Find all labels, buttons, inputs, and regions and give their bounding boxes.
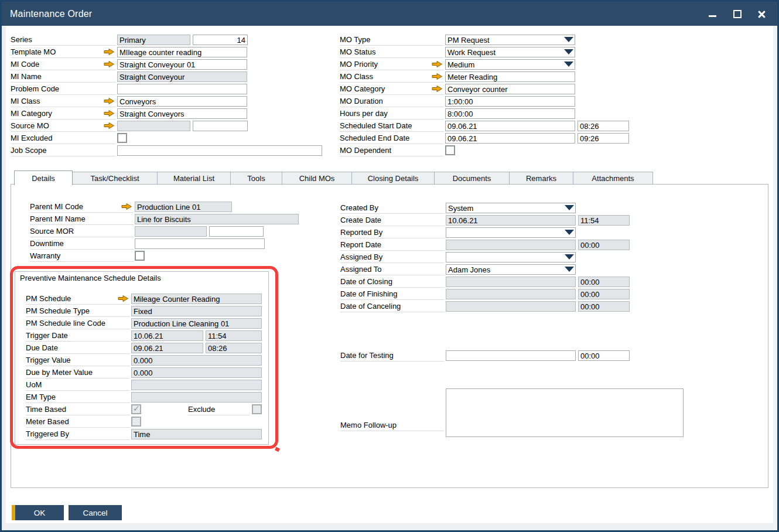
source-mor-row: Source MOR: [30, 225, 299, 237]
mi-class-field[interactable]: Conveyors: [117, 96, 247, 107]
job-scope-field[interactable]: [117, 145, 322, 156]
trigger-value-row: Trigger Value 0.000: [26, 354, 262, 366]
problem-code-label: Problem Code: [11, 84, 59, 93]
date-for-testing-field[interactable]: [446, 350, 576, 361]
maintenance-order-window: Maintenance Order Series Primary 14 Temp…: [0, 0, 779, 532]
pm-schedule-field: Mileage Counter Reading: [131, 294, 262, 304]
source-mo-number-field[interactable]: [193, 121, 248, 131]
link-arrow-icon[interactable]: [118, 295, 129, 302]
create-time-field: 11:54: [578, 215, 630, 226]
time-based-label: Time Based: [26, 405, 66, 414]
reported-by-dropdown[interactable]: [446, 227, 576, 238]
mo-duration-field[interactable]: 1:00:00: [445, 96, 575, 107]
tab-task-checklist[interactable]: Task/Checklist: [73, 172, 158, 185]
finishing-time-field: 00:00: [578, 289, 630, 299]
series-number-field[interactable]: 14: [193, 35, 248, 45]
pm-schedule-type-label: PM Schedule Type: [26, 306, 90, 315]
mo-dependent-checkbox[interactable]: [445, 145, 455, 155]
maximize-icon[interactable]: [733, 9, 742, 19]
header-right-column: MO Type PM Request MO Status Work Reques…: [340, 33, 629, 156]
downtime-field[interactable]: [135, 238, 265, 249]
tab-attachments[interactable]: Attachments: [573, 172, 653, 185]
assigned-by-row: Assigned By: [340, 251, 630, 263]
link-arrow-icon[interactable]: [432, 73, 443, 80]
pm-schedule-line-code-field: Production Line Cleaning 01: [131, 318, 262, 329]
minimize-icon[interactable]: [708, 9, 718, 19]
date-of-canceling-field: [446, 301, 576, 312]
close-icon[interactable]: [757, 9, 767, 19]
testing-time-field[interactable]: 00:00: [578, 350, 630, 361]
warranty-label: Warranty: [30, 251, 60, 260]
tab-details[interactable]: Details: [14, 170, 73, 185]
series-row: Series Primary 14: [11, 33, 322, 46]
mo-type-dropdown[interactable]: PM Request: [445, 35, 575, 45]
create-date-label: Create Date: [340, 216, 381, 224]
link-arrow-icon[interactable]: [104, 97, 115, 105]
uom-field: [131, 380, 262, 390]
scheduled-end-date-row: Scheduled End Date 09.06.21 09:26: [340, 132, 629, 144]
parent-mi-code-row: Parent MI Code Production Line 01: [30, 200, 299, 213]
mi-code-row: MI Code Straight Conveyour 01: [11, 58, 322, 70]
parent-mi-name-row: Parent MI Name Line for Biscuits: [30, 213, 299, 225]
mo-duration-row: MO Duration 1:00:00: [340, 95, 629, 107]
scheduled-end-time-field[interactable]: 09:26: [578, 133, 629, 144]
tab-closing-details[interactable]: Closing Details: [352, 172, 435, 185]
report-date-label: Report Date: [340, 240, 381, 249]
pm-schedule-row: PM Schedule Mileage Counter Reading: [26, 292, 262, 305]
mi-category-field[interactable]: Straight Conveyors: [117, 108, 247, 119]
tab-material-list[interactable]: Material List: [158, 172, 231, 185]
tab-documents[interactable]: Documents: [435, 172, 510, 185]
downtime-label: Downtime: [30, 239, 64, 248]
created-by-dropdown[interactable]: System: [446, 203, 576, 213]
memo-follow-up-textarea[interactable]: [446, 388, 684, 437]
mo-priority-dropdown[interactable]: Medium: [445, 59, 575, 70]
date-of-closing-field: [446, 277, 576, 287]
mi-code-field[interactable]: Straight Conveyour 01: [117, 59, 247, 70]
mi-excluded-row: MI Excluded: [11, 132, 322, 144]
scheduled-start-date-field[interactable]: 09.06.21: [445, 121, 575, 131]
source-mor-number-field[interactable]: [209, 226, 264, 237]
assigned-by-label: Assigned By: [340, 253, 382, 261]
warranty-checkbox[interactable]: [135, 251, 145, 261]
scheduled-start-time-field[interactable]: 08:26: [578, 121, 629, 131]
link-arrow-icon[interactable]: [121, 203, 132, 210]
hours-per-day-field[interactable]: 8:00:00: [445, 108, 575, 119]
uom-label: UoM: [26, 380, 42, 389]
link-arrow-icon[interactable]: [104, 122, 115, 129]
link-arrow-icon[interactable]: [104, 60, 115, 68]
header-left-column: Series Primary 14 Template MO MIleage co…: [11, 33, 322, 156]
template-mo-field[interactable]: MIleage counter reading: [117, 47, 247, 57]
mo-class-field[interactable]: Meter Reading: [445, 71, 575, 82]
triggered-by-label: Triggered By: [26, 429, 69, 438]
date-of-finishing-label: Date of Finishing: [340, 289, 398, 298]
time-based-checkbox: ✓: [131, 404, 141, 414]
create-date-row: Create Date 10.06.21 11:54: [340, 214, 630, 226]
assigned-to-dropdown[interactable]: Adam Jones: [446, 264, 576, 275]
cancel-button[interactable]: Cancel: [69, 505, 122, 520]
problem-code-field[interactable]: [117, 84, 247, 94]
link-arrow-icon[interactable]: [104, 48, 115, 56]
mi-excluded-checkbox[interactable]: [117, 133, 127, 143]
mo-category-field[interactable]: Conveyor counter: [445, 84, 575, 94]
scheduled-start-date-row: Scheduled Start Date 09.06.21 08:26: [340, 120, 629, 132]
scheduled-end-date-field[interactable]: 09.06.21: [445, 133, 575, 144]
mo-status-dropdown[interactable]: Work Request: [445, 47, 575, 57]
exclude-label: Exclude: [188, 405, 215, 414]
mo-dependent-label: MO Dependent: [340, 146, 391, 155]
assigned-to-row: Assigned To Adam Jones: [340, 263, 630, 275]
link-arrow-icon[interactable]: [432, 85, 443, 93]
closing-time-field: 00:00: [578, 277, 630, 287]
created-by-label: Created By: [340, 203, 378, 212]
mo-dependent-row: MO Dependent: [340, 144, 629, 156]
assigned-by-dropdown[interactable]: [446, 252, 576, 262]
em-type-field: [131, 392, 262, 403]
tab-remarks[interactable]: Remarks: [510, 172, 573, 185]
details-tab-panel: Parent MI Code Production Line 01 Parent…: [11, 184, 768, 488]
chevron-down-icon: [565, 254, 574, 260]
chevron-down-icon: [564, 62, 573, 67]
link-arrow-icon[interactable]: [104, 110, 115, 117]
link-arrow-icon[interactable]: [432, 60, 443, 68]
ok-button[interactable]: OK: [12, 505, 64, 520]
tab-child-mos[interactable]: Child MOs: [282, 172, 352, 185]
tab-tools[interactable]: Tools: [231, 172, 282, 185]
